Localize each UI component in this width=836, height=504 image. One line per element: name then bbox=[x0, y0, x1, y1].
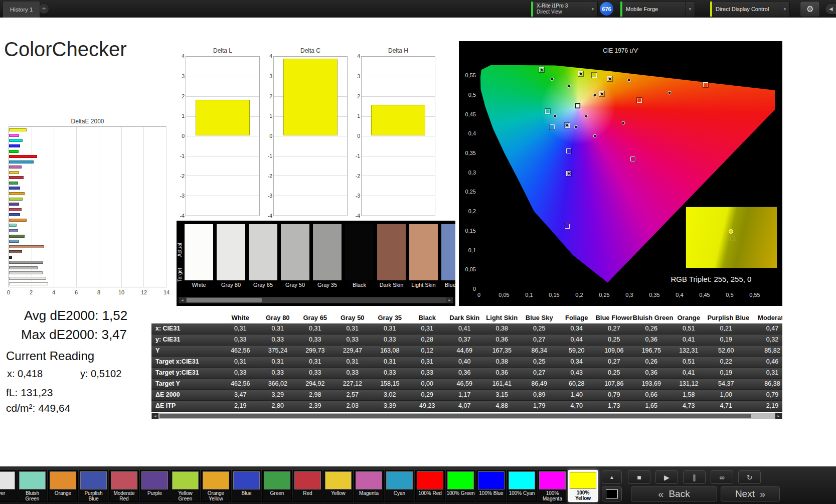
table-scrollbar[interactable]: ◄ ► bbox=[151, 413, 782, 419]
cie-target-square bbox=[630, 156, 635, 161]
swatch-item[interactable]: Gray 80 bbox=[217, 224, 245, 288]
axis-tick-label: 0 bbox=[7, 289, 10, 295]
de2000-bar bbox=[9, 219, 27, 222]
table-cell: 0,47 bbox=[745, 323, 782, 334]
swatch-item[interactable]: Gray 50 bbox=[281, 224, 309, 288]
de2000-bar bbox=[9, 277, 46, 280]
axis-tick-label: 0,2 bbox=[459, 208, 476, 214]
back-button[interactable]: « Back bbox=[631, 486, 717, 501]
gridline bbox=[362, 196, 435, 196]
de2000-bar bbox=[9, 134, 19, 137]
de-bar-row bbox=[9, 181, 166, 186]
patch-color bbox=[570, 472, 596, 489]
patch-label: Green bbox=[263, 489, 291, 501]
gear-icon[interactable]: ⚙ bbox=[800, 1, 820, 17]
meter-probe[interactable]: X-Rite i1Pro 3 Direct View ▼ bbox=[531, 1, 598, 17]
swatch-item[interactable]: White bbox=[185, 224, 213, 288]
blackout-toggle-button[interactable] bbox=[602, 486, 622, 501]
patch-button-orange-yellow[interactable]: Orange Yellow bbox=[201, 470, 231, 502]
swatch-scrollbar[interactable]: ◄ ► bbox=[179, 297, 453, 303]
table-cell: 0,38 bbox=[483, 323, 521, 334]
tab-history-1[interactable]: History 1 bbox=[3, 2, 40, 18]
patch-button-bluish-green[interactable]: Bluish Green bbox=[18, 470, 47, 502]
table-cell: 0,25 bbox=[595, 368, 633, 378]
patch-button-100-blue[interactable]: 100% Blue bbox=[476, 470, 506, 502]
chevron-down-icon[interactable]: ▼ bbox=[685, 2, 695, 17]
play-button[interactable]: ▶ bbox=[655, 470, 678, 484]
swatch-item[interactable]: Dark Skin bbox=[377, 224, 406, 288]
table-cell: 0,33 bbox=[296, 368, 334, 378]
table-cell: 167,35 bbox=[483, 346, 521, 356]
patch-color bbox=[111, 471, 137, 489]
axis-tick-label: -3 bbox=[178, 193, 185, 199]
scroll-left-icon[interactable]: ◄ bbox=[179, 297, 186, 303]
swatch-item[interactable]: Blue Sky bbox=[441, 224, 455, 288]
de-bar-row bbox=[9, 154, 166, 159]
gridline bbox=[186, 156, 259, 156]
table-cell: 85,82 bbox=[745, 346, 782, 356]
patch-button-yellow[interactable]: Yellow bbox=[323, 470, 353, 502]
patch-button-100-cyan[interactable]: 100% Cyan bbox=[507, 470, 537, 502]
patch-button-blue[interactable]: Blue bbox=[232, 470, 261, 502]
patch-button-ver[interactable]: ver bbox=[0, 470, 17, 502]
swatch-item[interactable]: Black bbox=[345, 224, 374, 288]
patch-button-purplish-blue[interactable]: Purplish Blue bbox=[79, 470, 108, 502]
patch-label: 100% Yellow bbox=[569, 489, 597, 501]
de2000-bar bbox=[9, 271, 43, 274]
de2000-bar bbox=[9, 160, 34, 163]
scrollbar-thumb[interactable] bbox=[159, 414, 751, 418]
patch-button-green[interactable]: Green bbox=[262, 470, 292, 502]
table-cell: 46,59 bbox=[446, 379, 483, 389]
patch-button-100-green[interactable]: 100% Green bbox=[446, 470, 475, 502]
collapse-panel-icon[interactable]: ◀ bbox=[825, 3, 836, 15]
patch-label: Orange Yellow bbox=[202, 489, 230, 501]
de2000-bar bbox=[9, 176, 24, 179]
patch-color bbox=[294, 471, 321, 489]
next-button[interactable]: Next » bbox=[721, 486, 780, 501]
axis-tick-label: -3 bbox=[266, 193, 272, 199]
axis-tick-label: 0,3 bbox=[459, 170, 476, 176]
table-cell: 0,36 bbox=[633, 334, 671, 345]
table-cell: 0,21 bbox=[708, 323, 745, 334]
de-bar-row bbox=[9, 255, 166, 260]
loop-button[interactable]: ↻ bbox=[738, 470, 761, 484]
scroll-left-icon[interactable]: ◄ bbox=[152, 413, 158, 419]
table-cell: 0,33 bbox=[334, 368, 372, 378]
patch-button-100-yellow[interactable]: 100% Yellow bbox=[568, 470, 598, 502]
patch-color bbox=[417, 471, 443, 489]
swatch-item[interactable]: Gray 65 bbox=[249, 224, 277, 288]
swatch-item[interactable]: Gray 35 bbox=[313, 224, 342, 288]
swatch-label: Gray 35 bbox=[313, 282, 342, 288]
chevron-down-icon[interactable]: ▼ bbox=[588, 2, 597, 17]
table-cell: 2,98 bbox=[296, 390, 334, 400]
patch-button-purple[interactable]: Purple bbox=[140, 470, 170, 502]
table-cell: 0,31 bbox=[296, 323, 334, 334]
scrollbar-thumb[interactable] bbox=[187, 298, 262, 302]
patch-button-magenta[interactable]: Magenta bbox=[354, 470, 384, 502]
pause-button[interactable]: ∥ bbox=[683, 470, 706, 484]
meter-pattern-source[interactable]: Mobile Forge ▼ bbox=[620, 1, 695, 17]
scroll-up-icon[interactable]: ▲ bbox=[602, 470, 622, 484]
patch-button-orange[interactable]: Orange bbox=[48, 470, 78, 502]
de-bar-row bbox=[9, 233, 166, 239]
table-cell: 0,33 bbox=[222, 368, 259, 378]
patch-button-cyan[interactable]: Cyan bbox=[385, 470, 414, 502]
meter-display-control[interactable]: Direct Display Control ▼ bbox=[710, 1, 790, 17]
meter-pattern-label: Mobile Forge bbox=[622, 2, 685, 17]
table-cell: 4,07 bbox=[446, 401, 483, 411]
chevron-down-icon[interactable]: ▼ bbox=[780, 2, 789, 17]
patch-button-yellow-green[interactable]: Yellow Green bbox=[171, 470, 200, 502]
swatch-item[interactable]: Light Skin bbox=[409, 224, 438, 288]
stop-button[interactable]: ■ bbox=[628, 470, 650, 484]
patch-button-moderate-red[interactable]: Moderate Red bbox=[109, 470, 139, 502]
scroll-right-icon[interactable]: ► bbox=[775, 413, 782, 419]
table-cell: 86,49 bbox=[521, 379, 558, 389]
patch-label: Yellow bbox=[324, 489, 353, 501]
patch-label: Yellow Green bbox=[171, 489, 200, 501]
patch-button-100-red[interactable]: 100% Red bbox=[415, 470, 445, 502]
patch-button-red[interactable]: Red bbox=[293, 470, 322, 502]
patch-button-100-magenta[interactable]: 100% Magenta bbox=[538, 470, 567, 502]
continuous-button[interactable]: ∞ bbox=[711, 470, 733, 484]
add-tab-button[interactable]: + bbox=[39, 4, 49, 14]
scroll-right-icon[interactable]: ► bbox=[446, 297, 453, 303]
